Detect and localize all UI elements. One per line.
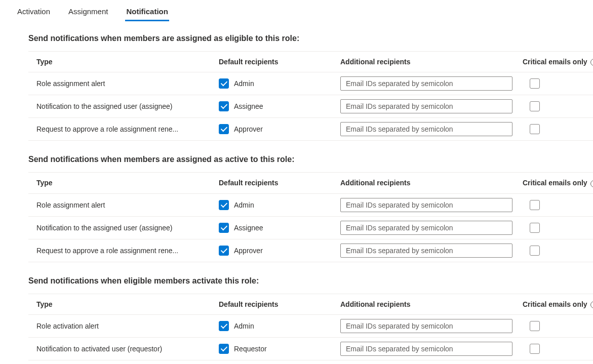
column-header-type: Type — [36, 58, 219, 66]
column-header-critical-emails-only: Critical emails only — [523, 300, 593, 308]
default-recipients-cell: Admin — [219, 321, 340, 331]
section-title: Send notifications when members are assi… — [28, 34, 593, 43]
additional-recipients-input[interactable] — [340, 244, 512, 258]
notification-section: Send notifications when members are assi… — [28, 34, 593, 141]
notification-type-label: Role activation alert — [36, 322, 219, 330]
critical-emails-checkbox[interactable] — [530, 124, 540, 134]
additional-recipients-cell — [340, 76, 523, 91]
default-recipients-cell: Admin — [219, 200, 340, 210]
critical-emails-cell — [523, 200, 593, 210]
additional-recipients-input[interactable] — [340, 122, 512, 136]
notification-type-label: Request to approve a role assignment ren… — [36, 247, 219, 255]
default-recipients-cell: Admin — [219, 78, 340, 89]
notification-row: Notification to the assigned user (assig… — [28, 217, 593, 239]
grid-header: TypeDefault recipientsAdditional recipie… — [28, 294, 593, 315]
additional-recipients-cell — [340, 198, 523, 212]
critical-emails-cell — [523, 344, 593, 354]
default-recipient-label: Requestor — [234, 345, 267, 353]
default-recipient-checkbox[interactable] — [219, 246, 229, 256]
tab-bar: Activation Assignment Notification — [0, 0, 593, 22]
notification-section: Send notifications when eligible members… — [28, 276, 593, 364]
critical-emails-cell — [523, 101, 593, 111]
critical-emails-checkbox[interactable] — [530, 78, 540, 89]
critical-emails-checkbox[interactable] — [530, 200, 540, 210]
critical-emails-cell — [523, 223, 593, 233]
additional-recipients-cell — [340, 221, 523, 235]
default-recipient-label: Assignee — [234, 102, 263, 110]
column-header-additional-recipients: Additional recipients — [340, 58, 523, 66]
default-recipient-checkbox[interactable] — [219, 321, 229, 331]
column-header-type: Type — [36, 179, 219, 187]
default-recipients-cell: Approver — [219, 124, 340, 134]
default-recipient-label: Assignee — [234, 224, 263, 232]
column-header-critical-emails-only: Critical emails only — [523, 179, 593, 187]
column-header-default-recipients: Default recipients — [219, 179, 340, 187]
default-recipient-label: Admin — [234, 201, 254, 209]
notification-row: Role activation alertAdmin — [28, 315, 593, 338]
notification-type-label: Notification to activated user (requesto… — [36, 345, 219, 353]
notification-grid: TypeDefault recipientsAdditional recipie… — [28, 51, 593, 141]
additional-recipients-input[interactable] — [340, 319, 512, 333]
notification-type-label: Request to approve a role assignment ren… — [36, 125, 219, 133]
info-icon[interactable] — [590, 301, 593, 308]
default-recipients-cell: Assignee — [219, 223, 340, 233]
info-icon[interactable] — [590, 180, 593, 187]
tab-notification[interactable]: Notification — [125, 4, 169, 21]
default-recipient-label: Approver — [234, 125, 263, 133]
section-title: Send notifications when eligible members… — [28, 276, 593, 286]
additional-recipients-cell — [340, 244, 523, 258]
notification-row: Role assignment alertAdmin — [28, 72, 593, 95]
column-header-additional-recipients: Additional recipients — [340, 300, 523, 308]
notification-type-label: Role assignment alert — [36, 79, 219, 88]
critical-emails-checkbox[interactable] — [530, 344, 540, 354]
default-recipient-label: Approver — [234, 247, 263, 255]
default-recipients-cell: Assignee — [219, 101, 340, 111]
critical-emails-checkbox[interactable] — [530, 223, 540, 233]
column-header-additional-recipients: Additional recipients — [340, 179, 523, 187]
default-recipient-checkbox[interactable] — [219, 101, 229, 111]
additional-recipients-cell — [340, 99, 523, 113]
info-icon[interactable] — [590, 59, 593, 66]
additional-recipients-cell — [340, 342, 523, 356]
tab-activation[interactable]: Activation — [16, 4, 51, 21]
notification-row: Request to approve an activationApprover — [28, 360, 593, 364]
grid-header: TypeDefault recipientsAdditional recipie… — [28, 51, 593, 72]
critical-emails-checkbox[interactable] — [530, 321, 540, 331]
grid-header: TypeDefault recipientsAdditional recipie… — [28, 172, 593, 193]
default-recipient-checkbox[interactable] — [219, 344, 229, 354]
default-recipient-checkbox[interactable] — [219, 223, 229, 233]
notification-row: Request to approve a role assignment ren… — [28, 118, 593, 141]
notification-type-label: Role assignment alert — [36, 201, 219, 209]
notification-section: Send notifications when members are assi… — [28, 155, 593, 262]
notification-row: Role assignment alertAdmin — [28, 194, 593, 217]
additional-recipients-input[interactable] — [340, 198, 512, 212]
default-recipient-label: Admin — [234, 322, 254, 330]
notification-type-label: Notification to the assigned user (assig… — [36, 102, 219, 110]
default-recipients-cell: Approver — [219, 246, 340, 256]
column-header-default-recipients: Default recipients — [219, 58, 340, 66]
additional-recipients-input[interactable] — [340, 221, 512, 235]
notification-row: Notification to activated user (requesto… — [28, 338, 593, 360]
default-recipient-checkbox[interactable] — [219, 200, 229, 210]
critical-emails-cell — [523, 78, 593, 89]
notification-row: Notification to the assigned user (assig… — [28, 95, 593, 118]
additional-recipients-input[interactable] — [340, 76, 512, 91]
default-recipient-checkbox[interactable] — [219, 124, 229, 134]
critical-emails-checkbox[interactable] — [530, 246, 540, 256]
column-header-critical-emails-only: Critical emails only — [523, 58, 593, 66]
notification-settings-content: Send notifications when members are assi… — [0, 22, 593, 364]
additional-recipients-cell — [340, 122, 523, 136]
column-header-default-recipients: Default recipients — [219, 300, 340, 308]
notification-type-label: Notification to the assigned user (assig… — [36, 224, 219, 232]
additional-recipients-input[interactable] — [340, 99, 512, 113]
critical-emails-checkbox[interactable] — [530, 101, 540, 111]
critical-emails-cell — [523, 321, 593, 331]
tab-assignment[interactable]: Assignment — [67, 4, 109, 21]
notification-row: Request to approve a role assignment ren… — [28, 239, 593, 262]
default-recipient-checkbox[interactable] — [219, 78, 229, 89]
default-recipient-label: Admin — [234, 79, 254, 88]
default-recipients-cell: Requestor — [219, 344, 340, 354]
notification-grid: TypeDefault recipientsAdditional recipie… — [28, 294, 593, 364]
additional-recipients-input[interactable] — [340, 342, 512, 356]
section-title: Send notifications when members are assi… — [28, 155, 593, 164]
